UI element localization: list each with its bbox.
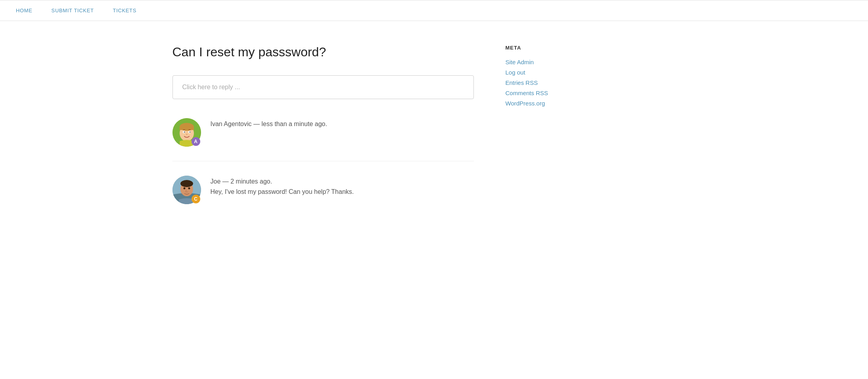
svg-point-11 [180,180,193,187]
entries-rss-link[interactable]: Entries RSS [506,79,538,86]
nav-tickets[interactable]: TICKETS [113,8,136,13]
page-layout: Can I reset my passsword? Click here to … [157,21,712,256]
nav-submit-ticket[interactable]: SUBMIT TICKET [52,8,94,13]
comment-author-joe: Joe [211,178,221,185]
comment-joe: C Joe — 2 minutes ago. Hey, I've lost my… [172,176,474,218]
svg-rect-3 [180,127,194,130]
comment-meta-joe: Joe — 2 minutes ago. [211,178,354,185]
svg-point-6 [184,132,185,133]
agent-badge-ivan: A [192,137,200,146]
sidebar-link-logout: Log out [506,69,609,76]
nav-home[interactable]: HOME [16,8,33,13]
sidebar-link-wordpress-org: WordPress.org [506,100,609,107]
comment-ivan: A Ivan Agentovic — less than a minute ag… [172,118,474,161]
comment-body-ivan: Ivan Agentovic — less than a minute ago. [211,118,327,131]
comment-body-joe: Joe — 2 minutes ago. Hey, I've lost my p… [211,176,354,195]
sidebar-heading: META [506,45,609,51]
site-admin-link[interactable]: Site Admin [506,59,534,65]
page-title: Can I reset my passsword? [172,45,474,59]
sidebar: META Site Admin Log out Entries RSS Comm… [506,45,609,233]
avatar-wrapper-ivan: A [172,118,201,147]
customer-badge-joe: C [192,195,200,203]
svg-point-7 [189,132,190,133]
svg-point-8 [186,134,188,135]
reply-input[interactable]: Click here to reply ... [172,75,474,99]
comment-time-joe: 2 minutes ago. [230,178,272,185]
comments-rss-link[interactable]: Comments RSS [506,90,548,96]
wordpress-org-link[interactable]: WordPress.org [506,100,545,107]
comments-list: A Ivan Agentovic — less than a minute ag… [172,118,474,218]
svg-point-13 [188,188,190,190]
top-nav: HOME SUBMIT TICKET TICKETS [0,0,868,21]
sidebar-links: Site Admin Log out Entries RSS Comments … [506,59,609,107]
logout-link[interactable]: Log out [506,69,525,76]
svg-point-12 [183,188,185,190]
sidebar-link-site-admin: Site Admin [506,59,609,66]
sidebar-link-comments-rss: Comments RSS [506,90,609,97]
comment-meta-ivan: Ivan Agentovic — less than a minute ago. [211,121,327,128]
sidebar-link-entries-rss: Entries RSS [506,79,609,86]
avatar-wrapper-joe: C [172,176,201,204]
comment-separator-ivan: — [253,121,261,127]
comment-text-joe: Hey, I've lost my password! Can you help… [211,188,354,195]
comment-separator-joe: — [222,178,230,185]
comment-author-ivan: Ivan Agentovic [211,121,252,127]
comment-time-ivan: less than a minute ago. [261,121,327,127]
main-content: Can I reset my passsword? Click here to … [172,45,474,233]
